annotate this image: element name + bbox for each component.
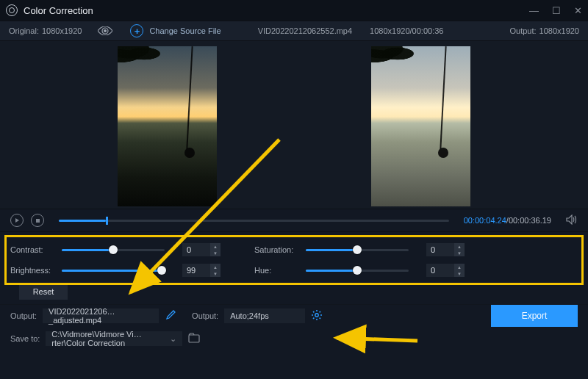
chevron-down-icon[interactable]: ⌄	[170, 334, 176, 344]
svg-rect-2	[189, 335, 199, 342]
output-file-field[interactable]: VID2022021206…_adjusted.mp4	[43, 308, 159, 323]
output-dimensions: 1080x1920	[539, 26, 579, 35]
output-preview	[371, 46, 470, 206]
minimize-button[interactable]: —	[529, 5, 539, 16]
playback-time: 00:00:04.24/00:00:36.19	[464, 216, 551, 225]
info-bar: Original: 1080x1920 + Change Source File…	[0, 21, 588, 41]
original-dimensions: 1080x1920	[42, 26, 82, 35]
save-to-field[interactable]: C:\Vidmore\Vidmore Vi…rter\Color Correct…	[46, 331, 182, 346]
hue-step-up[interactable]: ▲	[454, 264, 465, 270]
volume-icon[interactable]	[566, 214, 578, 227]
output-file-label: Output:	[10, 311, 37, 320]
svg-point-1	[315, 313, 318, 316]
window-controls: — ☐ ✕	[529, 5, 582, 16]
preview-toggle-icon[interactable]	[98, 26, 112, 35]
app-icon	[6, 4, 18, 16]
maximize-button[interactable]: ☐	[552, 5, 561, 16]
source-dim-duration: 1080x1920/00:00:36	[370, 26, 443, 35]
output-label: Output:	[509, 26, 536, 35]
original-label: Original:	[9, 26, 39, 35]
arrow-annotation-1	[110, 132, 301, 308]
svg-line-4	[337, 338, 417, 341]
brightness-label: Brightness:	[10, 266, 56, 275]
save-to-label: Save to:	[10, 334, 40, 343]
settings-icon[interactable]	[311, 309, 323, 322]
source-filename: VID20220212062552.mp4	[258, 26, 352, 35]
saturation-slider[interactable]	[306, 249, 409, 251]
saturation-value[interactable]: 0	[426, 243, 454, 256]
rename-icon[interactable]	[166, 310, 176, 321]
output-format-field[interactable]: Auto;24fps	[224, 308, 305, 323]
footer-save-row: Save to: C:\Vidmore\Vidmore Vi…rter\Colo…	[0, 326, 588, 351]
arrow-annotation-2	[331, 332, 426, 347]
hue-value[interactable]: 0	[426, 264, 454, 277]
title-bar: Color Correction — ☐ ✕	[0, 0, 588, 21]
browse-folder-icon[interactable]	[188, 333, 200, 344]
svg-line-3	[131, 140, 279, 292]
close-button[interactable]: ✕	[574, 5, 582, 16]
current-time: 00:00:04.24	[464, 216, 506, 225]
output-format-label: Output:	[192, 311, 218, 320]
saturation-step-up[interactable]: ▲	[454, 243, 465, 250]
change-source-file[interactable]: Change Source File	[149, 26, 220, 35]
export-button[interactable]: Export	[491, 305, 578, 327]
contrast-label: Contrast:	[10, 245, 56, 254]
hue-step-down[interactable]: ▼	[454, 270, 465, 277]
window-title: Color Correction	[24, 5, 93, 16]
add-source-button[interactable]: +	[130, 24, 143, 37]
saturation-step-down[interactable]: ▼	[454, 250, 465, 256]
play-button[interactable]	[10, 214, 24, 227]
total-time: 00:00:36.19	[509, 216, 551, 225]
svg-point-0	[104, 29, 107, 32]
stop-button[interactable]	[31, 214, 44, 227]
reset-button[interactable]: Reset	[19, 284, 68, 300]
hue-slider[interactable]	[306, 270, 409, 272]
